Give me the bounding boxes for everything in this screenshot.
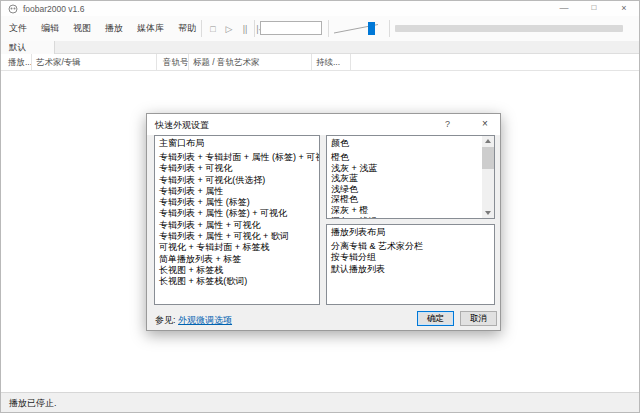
volume-slider-handle [368,22,375,35]
list-item[interactable]: 专辑列表 + 可视化(供选择) [159,175,315,186]
foobar2000-window: foobar2000 v1.6 — □ × 文件 编辑 视图 播放 媒体库 帮助… [0,0,640,413]
foobar2000-app-icon [8,4,18,14]
colors-scrollbar[interactable] [482,136,494,218]
column-track-no[interactable]: 音轨号 [157,54,189,71]
list-item[interactable]: 专辑列表 + 属性 + 可视化 [159,220,315,231]
playlist-column-headers: 播放... 艺术家/专辑 音轨号 标题 / 音轨艺术家 持续... [1,54,639,71]
cancel-button[interactable]: 取消 [460,311,497,326]
toolbar-separator [201,20,202,37]
status-text: 播放已停止. [9,398,57,408]
ok-button[interactable]: 确定 [417,311,454,326]
list-item[interactable]: 深橙色 [331,194,478,205]
column-title-artist[interactable]: 标题 / 音轨艺术家 [189,54,312,71]
list-item[interactable]: 可视化 + 专辑封面 + 标签栈 [159,242,315,253]
list-item[interactable]: 浅灰 + 浅蓝 [331,163,478,174]
menubar: 文件 编辑 视图 播放 媒体库 帮助 □ ▷ || |◁ ▷| ▷? [1,16,639,41]
tab-default-playlist[interactable]: 默认 [1,41,55,54]
list-item[interactable]: 专辑列表 + 专辑封面 + 属性 (标签) + 可视化 + 歌词 [159,152,315,163]
column-playing[interactable]: 播放... [1,54,32,71]
toolbar-separator [389,20,390,37]
appearance-options-link[interactable]: 外观微调选项 [178,315,232,325]
list-item[interactable]: 长视图 + 标签栈(歌词) [159,276,315,287]
list-item[interactable]: 深灰 + 浅绿 [331,216,478,219]
list-item[interactable]: 默认播放列表 [331,264,490,275]
seekbar[interactable] [395,25,623,32]
menu-file[interactable]: 文件 [9,22,27,35]
maximize-button[interactable]: □ [579,1,609,16]
list-item[interactable]: 浅灰蓝 [331,173,478,184]
colors-listbox[interactable]: 颜色 橙色 浅灰 + 浅蓝 浅灰蓝 浅绿色 深橙色 深灰 + 橙 深灰 + 浅绿 [326,135,495,219]
menu-help[interactable]: 帮助 [178,22,196,35]
toolbar-separator [254,20,255,37]
list-item[interactable]: 专辑列表 + 属性 (标签) [159,197,315,208]
list-item[interactable]: 简单播放列表 + 标签 [159,254,315,265]
list-item[interactable]: 浅绿色 [331,184,478,195]
playlist-layout-listbox[interactable]: 播放列表布局 分离专辑 & 艺术家分栏 按专辑分组 默认播放列表 [326,224,495,305]
list-item[interactable]: 橙色 [331,152,478,163]
menu-items: 文件 编辑 视图 播放 媒体库 帮助 [9,16,196,41]
pause-icon[interactable]: || [239,24,251,34]
see-also-label: 参见: [155,315,176,325]
list-item[interactable]: 专辑列表 + 属性 [159,186,315,197]
search-input[interactable] [260,21,322,35]
dialog-title: 快速外观设置 [155,119,209,132]
list-item[interactable]: 分离专辑 & 艺术家分栏 [331,241,490,252]
titlebar: foobar2000 v1.6 — □ × [1,1,639,16]
dialog-help-button[interactable]: ? [435,114,460,135]
statusbar: 播放已停止. [1,392,639,413]
dialog-titlebar: 快速外观设置 ? × [147,114,500,135]
menu-view[interactable]: 视图 [73,22,91,35]
minimize-button[interactable]: — [549,1,579,16]
main-layout-header: 主窗口布局 [159,138,315,149]
list-item[interactable]: 专辑列表 + 属性 + 可视化 + 歌词 [159,231,315,242]
scroll-up-icon[interactable] [482,136,494,146]
list-item[interactable]: 按专辑分组 [331,252,490,263]
list-item[interactable]: 深灰 + 橙 [331,205,478,216]
scroll-down-icon[interactable] [482,208,494,218]
close-button[interactable]: × [609,1,639,16]
window-title: foobar2000 v1.6 [23,4,84,14]
quick-appearance-dialog: 快速外观设置 ? × 主窗口布局 专辑列表 + 专辑封面 + 属性 (标签) +… [146,113,501,331]
dialog-close-button[interactable]: × [470,114,500,135]
list-item[interactable]: 专辑列表 + 属性 (标签) + 可视化 [159,208,315,219]
menu-library[interactable]: 媒体库 [137,22,164,35]
toolbar-separator [328,20,329,37]
column-duration[interactable]: 持续... [312,54,351,71]
menu-edit[interactable]: 编辑 [41,22,59,35]
scrollbar-thumb[interactable] [482,147,494,169]
list-item[interactable]: 长视图 + 标签栈 [159,265,315,276]
colors-header: 颜色 [331,138,478,149]
volume-slider[interactable] [332,16,385,41]
list-item[interactable]: 专辑列表 + 可视化 [159,163,315,174]
menu-playback[interactable]: 播放 [105,22,123,35]
play-icon[interactable]: ▷ [223,24,235,34]
main-layout-listbox[interactable]: 主窗口布局 专辑列表 + 专辑封面 + 属性 (标签) + 可视化 + 歌词 专… [154,135,320,305]
playlist-tabbar: 默认 [1,41,639,54]
playlist-layout-header: 播放列表布局 [331,227,490,238]
column-artist-album[interactable]: 艺术家/专辑 [32,54,157,71]
stop-icon[interactable]: □ [207,24,219,34]
see-also: 参见: 外观微调选项 [155,314,232,327]
